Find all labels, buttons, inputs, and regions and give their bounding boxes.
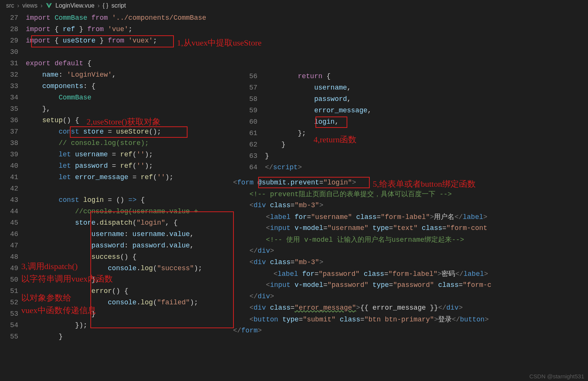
- annotation-3c: 以对象参数给: [21, 292, 71, 304]
- line-number: 35: [0, 105, 26, 113]
- line-number: 33: [0, 82, 26, 90]
- editor-template-pane[interactable]: <form @submit.prevent="login"> <!-- prev…: [233, 177, 588, 336]
- annotation-5: 5,给表单或者button绑定函数: [373, 178, 476, 190]
- chevron-right-icon: ›: [17, 2, 19, 9]
- line-number: 60: [239, 118, 265, 126]
- line-number: 41: [0, 173, 26, 181]
- line-number: 45: [0, 219, 26, 227]
- line-number: 31: [0, 60, 26, 67]
- line-number: 43: [0, 196, 26, 204]
- breadcrumb-section[interactable]: script: [111, 2, 126, 9]
- breadcrumb: src › views › LoginView.vue › { } script: [0, 0, 588, 11]
- line-number: 39: [0, 151, 26, 158]
- line-number: 44: [0, 208, 26, 215]
- annotation-3b: 以字符串调用vuex内函数: [21, 273, 113, 285]
- line-number: 48: [0, 253, 26, 261]
- annotation-4: 4,return函数: [314, 134, 356, 145]
- line-number: 47: [0, 242, 26, 249]
- line-number: 42: [0, 185, 26, 192]
- line-number: 58: [239, 95, 265, 103]
- line-number: 64: [239, 164, 265, 171]
- line-number: 34: [0, 94, 26, 101]
- chevron-right-icon: ›: [98, 2, 99, 9]
- vue-file-icon: [46, 2, 52, 9]
- line-number: 61: [239, 129, 265, 137]
- line-number: 55: [0, 333, 26, 340]
- breadcrumb-views[interactable]: views: [22, 2, 38, 9]
- breadcrumb-file[interactable]: LoginView.vue: [55, 2, 95, 9]
- line-number: 37: [0, 128, 26, 135]
- line-number: 62: [239, 141, 265, 148]
- line-number: 63: [239, 152, 265, 160]
- editor-right-pane[interactable]: 56 return { 57 username, 58 password, 59…: [239, 71, 412, 173]
- chevron-right-icon: ›: [41, 2, 43, 9]
- annotation-1: 1,从vuex中提取useStore: [177, 37, 262, 49]
- line-number: 29: [0, 37, 26, 44]
- annotation-3a: 3,调用dispatch(): [21, 261, 77, 272]
- line-number: 36: [0, 117, 26, 124]
- line-number: 27: [0, 14, 26, 22]
- line-number: 32: [0, 71, 26, 79]
- line-number: 30: [0, 48, 26, 56]
- line-number: 57: [239, 84, 265, 91]
- line-number: 28: [0, 25, 26, 33]
- line-number: 59: [239, 107, 265, 114]
- annotation-3d: vuex中函数传递信息: [21, 305, 96, 316]
- line-number: 38: [0, 139, 26, 147]
- annotation-2: 2,useStore()获取对象: [87, 116, 161, 128]
- line-number: 56: [239, 72, 265, 80]
- breadcrumb-src[interactable]: src: [6, 2, 14, 9]
- line-number: 40: [0, 162, 26, 170]
- braces-icon: { }: [102, 2, 108, 9]
- line-number: 46: [0, 230, 26, 238]
- line-number: 54: [0, 321, 26, 329]
- watermark: CSDN @starnight531: [530, 373, 584, 379]
